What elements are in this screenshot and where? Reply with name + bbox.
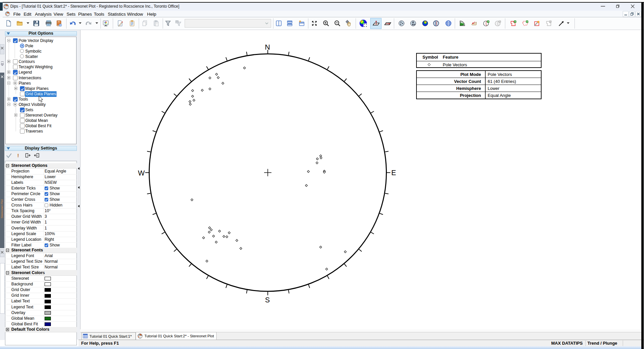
svg-text:E: E (391, 169, 396, 177)
svg-text:S: S (265, 296, 270, 304)
svg-text:N: N (265, 43, 270, 51)
svg-text:W: W (138, 169, 145, 177)
